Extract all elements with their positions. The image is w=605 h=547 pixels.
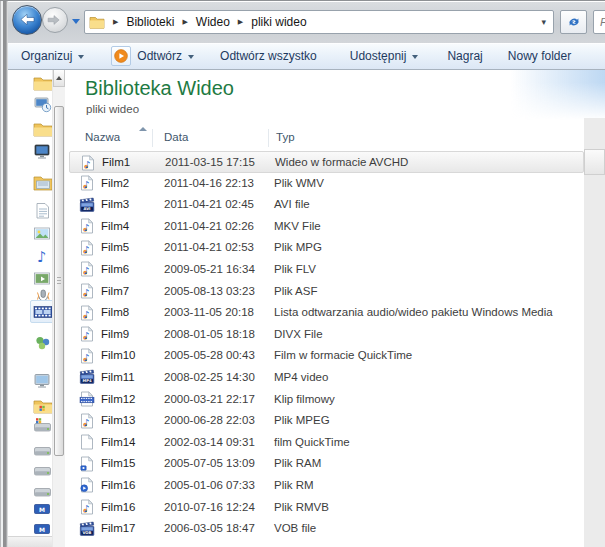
nav-scrollbar[interactable] [52, 70, 65, 547]
toolbar-button-organizuj[interactable]: Organizuj [21, 49, 84, 63]
file-date: 2005-01-06 07:33 [164, 479, 255, 491]
list-scrollbar-thumb[interactable] [584, 149, 605, 175]
table-row[interactable]: ♪Film72005-08-13 03:23Plik ASF [69, 281, 584, 303]
file-name[interactable]: Film9 [101, 328, 129, 340]
nav-item-filmstrip-icon[interactable] [30, 300, 52, 323]
history-dropdown-icon[interactable] [72, 19, 80, 24]
file-name[interactable]: Film6 [101, 263, 129, 275]
nav-item-homegroup-icon[interactable] [33, 334, 52, 352]
address-bar[interactable]: ▶Biblioteki▶Wideo▶pliki wideo ▾ [84, 10, 554, 34]
table-row[interactable]: ♪Film82003-11-05 20:18Lista odtwarzania … [69, 302, 584, 324]
nav-item-drive-icon[interactable] [33, 462, 52, 480]
nav-item-music-icon[interactable]: ♪ [33, 247, 52, 265]
nav-item-drive-icon[interactable] [33, 483, 52, 501]
nav-item-network-drive-icon[interactable]: M [33, 500, 52, 518]
forward-button[interactable] [42, 7, 68, 33]
table-row[interactable]: Film122000-03-21 22:17Klip filmowy [69, 389, 584, 411]
file-name[interactable]: Film16 [101, 501, 136, 513]
breadcrumb-item[interactable]: pliki wideo [251, 15, 306, 29]
svg-text:AVI: AVI [83, 206, 91, 211]
breadcrumb: ▶Biblioteki▶Wideo▶pliki wideo [105, 15, 307, 29]
refresh-button[interactable] [560, 10, 587, 34]
breadcrumb-item[interactable]: Wideo [196, 15, 230, 29]
column-header-typ[interactable]: Typ [276, 131, 295, 143]
breadcrumb-item[interactable]: Biblioteki [126, 15, 174, 29]
svg-text:♪: ♪ [84, 330, 90, 341]
file-date: 2010-07-16 12:24 [164, 501, 255, 513]
dropdown-caret-icon [412, 55, 418, 59]
file-name[interactable]: Film8 [101, 306, 129, 318]
page-title: Biblioteka Wideo [85, 77, 234, 100]
scroll-up-button[interactable] [53, 70, 65, 87]
library-scope-label: pliki wideo [86, 103, 139, 115]
nav-item-libraries-icon[interactable] [33, 174, 52, 192]
nav-item-folder-icon[interactable] [33, 120, 52, 138]
file-name[interactable]: Film5 [101, 241, 129, 253]
file-name[interactable]: Film1 [102, 156, 130, 168]
nav-item-windows-folder-icon[interactable] [33, 397, 52, 415]
file-name[interactable]: Film17 [101, 522, 136, 534]
table-row[interactable]: ♪Film132000-06-28 22:03Plik MPEG [69, 410, 584, 432]
table-row[interactable]: ♪Film62009-05-21 16:34Plik FLV [69, 259, 584, 281]
toolbar-button-odtw-rz-wszystko[interactable]: Odtwórz wszystko [220, 49, 317, 63]
svg-text:♪: ♪ [37, 248, 47, 265]
wmp-file-icon: ♪ [79, 305, 95, 321]
file-type: Plik ASF [274, 285, 317, 297]
toolbar-button-nagraj[interactable]: Nagraj [447, 49, 482, 63]
nav-item-documents-icon[interactable] [33, 202, 52, 220]
file-type: Lista odtwarzania audio/wideo pakietu Wi… [274, 306, 553, 318]
file-name[interactable]: Film7 [101, 285, 129, 297]
file-name[interactable]: Film16 [101, 479, 136, 491]
table-row[interactable]: ♪Film42011-04-21 02:26MKV File [69, 216, 584, 238]
file-name[interactable]: Film4 [101, 220, 129, 232]
toolbar-button-label: Odtwórz [137, 49, 182, 63]
nav-item-drive-icon[interactable] [33, 442, 52, 460]
sort-ascending-icon [139, 127, 147, 131]
column-header-nazwa[interactable]: Nazwa [85, 131, 120, 143]
list-scrollbar[interactable] [584, 118, 605, 547]
table-row[interactable]: Film152005-07-05 13:09Plik RAM [69, 453, 584, 475]
table-row[interactable]: ♪Film92008-01-05 18:18DIVX File [69, 324, 584, 346]
column-header-data[interactable]: Data [164, 131, 188, 143]
address-dropdown-icon[interactable]: ▾ [538, 17, 549, 27]
nav-horizontal-scrollbar[interactable] [8, 536, 52, 547]
file-type: Plik MPG [274, 241, 322, 253]
file-name[interactable]: Film15 [101, 457, 136, 469]
column-separator[interactable] [268, 129, 269, 147]
toolbar-button-udost-pnij[interactable]: Udostępnij [350, 49, 419, 63]
table-row[interactable]: ♪Film22011-04-16 22:13Plik WMV [69, 173, 584, 195]
back-button[interactable] [12, 5, 42, 35]
nav-item-computer-icon[interactable] [33, 372, 52, 390]
file-name[interactable]: Film10 [101, 349, 136, 361]
toolbar-button-label: Udostępnij [350, 49, 407, 63]
file-name[interactable]: Film11 [101, 371, 135, 383]
table-row[interactable]: Film162005-01-06 07:33Plik RM [69, 475, 584, 497]
file-name[interactable]: Film2 [101, 177, 129, 189]
file-name[interactable]: Film13 [101, 414, 136, 426]
table-row[interactable]: Film142002-03-14 09:31film QuickTime [69, 432, 584, 454]
table-row[interactable]: AVIFilm32011-04-21 02:45AVI file [69, 194, 584, 216]
file-name[interactable]: Film3 [101, 198, 129, 210]
table-row[interactable]: ♪Film102005-05-28 00:43Film w formacie Q… [69, 345, 584, 367]
file-date: 2005-05-28 00:43 [164, 349, 255, 361]
clip-file-icon [79, 391, 95, 407]
table-row[interactable]: ♪Film162010-07-16 12:24Plik RMVB [69, 497, 584, 519]
nav-item-recent-icon[interactable] [33, 96, 52, 114]
nav-item-videos-icon[interactable] [33, 270, 52, 288]
nav-item-windows-drive-icon[interactable] [33, 418, 52, 436]
file-date: 2003-11-05 20:18 [164, 306, 254, 318]
table-row[interactable]: VOBFilm172006-03-05 18:47VOB file [69, 518, 584, 540]
nav-item-desktop-icon[interactable] [33, 143, 52, 161]
file-name[interactable]: Film14 [101, 436, 136, 448]
toolbar-button-odtw-rz[interactable]: Odtwórz [111, 46, 194, 66]
table-row[interactable]: ♪Film52011-04-21 02:53Plik MPG [69, 237, 584, 259]
table-row[interactable]: MP4Film112008-02-25 14:30MP4 video [69, 367, 584, 389]
search-box[interactable]: Pr [593, 10, 605, 34]
nav-item-folder-icon[interactable] [33, 74, 52, 92]
nav-scrollbar-thumb[interactable] [54, 106, 64, 456]
table-row[interactable]: ♪Film12011-03-15 17:15Wideo w formacie A… [69, 151, 584, 173]
nav-item-pictures-icon[interactable] [33, 225, 52, 243]
file-name[interactable]: Film12 [101, 393, 136, 405]
column-separator[interactable] [152, 129, 153, 147]
toolbar-button-nowy-folder[interactable]: Nowy folder [508, 49, 571, 63]
